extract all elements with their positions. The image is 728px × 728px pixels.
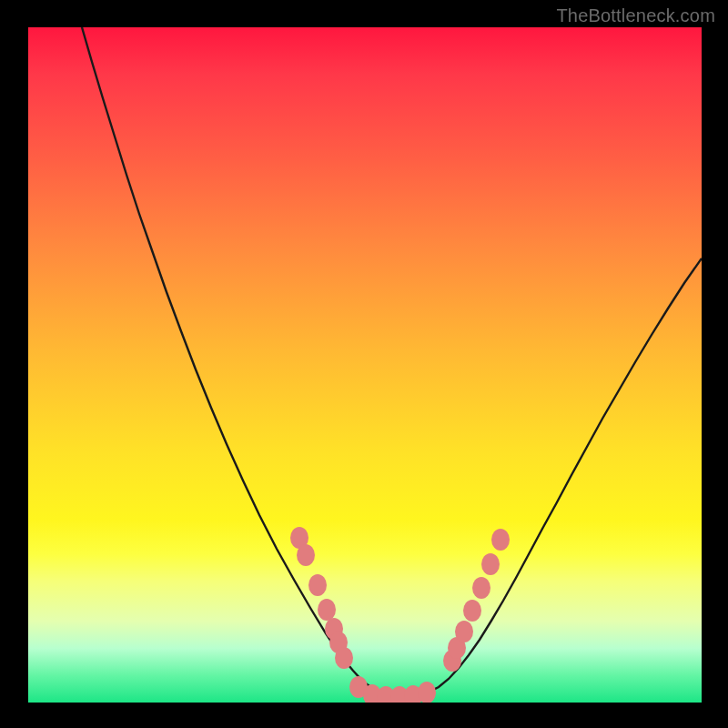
watermark-text: TheBottleneck.com	[556, 5, 715, 26]
curve-dot	[418, 682, 436, 703]
curve-dot	[491, 529, 510, 551]
curve-dot	[318, 599, 336, 621]
chart-plot-area	[28, 27, 702, 703]
curve-dot	[335, 647, 353, 669]
curve-dot	[463, 600, 481, 622]
curve-dot	[472, 577, 490, 599]
curve-dots	[290, 527, 510, 703]
curve-dot	[297, 544, 315, 566]
chart-frame: TheBottleneck.com	[0, 0, 728, 728]
bottleneck-curve	[28, 27, 702, 703]
curve-line	[82, 27, 702, 696]
curve-dot	[308, 574, 327, 596]
curve-dot	[481, 553, 500, 575]
curve-dot	[455, 621, 473, 642]
